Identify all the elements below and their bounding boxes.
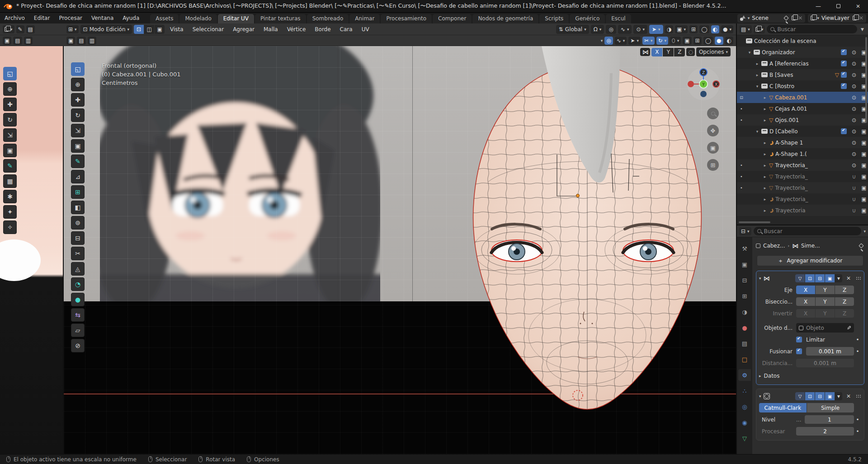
mode-dropdown[interactable]: ⊡ Modo Edición▾: [80, 25, 132, 34]
merge-checkbox[interactable]: [796, 348, 802, 354]
loop-cut-tool[interactable]: ⊟: [71, 231, 85, 245]
menu-vista[interactable]: Vista: [166, 26, 187, 33]
menu-cara[interactable]: Cara: [336, 26, 356, 33]
breadcrumb-object[interactable]: Cabez...: [763, 243, 785, 249]
hide-eye-icon[interactable]: ⊙: [850, 61, 858, 67]
smooth-tool[interactable]: ●: [71, 293, 85, 306]
3d-viewport[interactable]: Frontal (ortogonal) (0) Cabeza.001 | Cub…: [64, 46, 736, 454]
expand-icon[interactable]: ▸: [755, 73, 760, 77]
collapse-icon[interactable]: ▾: [759, 276, 761, 281]
animate-dot[interactable]: •: [854, 428, 861, 435]
collapse-icon[interactable]: ▾: [755, 129, 760, 134]
outliner-row-trayectoria-3[interactable]: • ▸▽ Trayectoria_ ∪▣: [737, 182, 868, 193]
menu-borde[interactable]: Borde: [311, 26, 334, 33]
eye-closed-icon[interactable]: ∪: [850, 173, 858, 180]
render-toggle-icon[interactable]: ▣: [825, 392, 835, 400]
viewlayer-selector[interactable]: ▾ ViewLayer ✕: [808, 14, 866, 23]
tab-scene[interactable]: ◑: [738, 306, 751, 318]
bisect-x-button[interactable]: X: [796, 297, 815, 306]
annotate-tool[interactable]: ✎: [3, 159, 17, 173]
render-camera-icon[interactable]: ▣: [860, 173, 868, 180]
menu-ventana[interactable]: Ventana: [87, 15, 118, 21]
tab-generico[interactable]: Genérico: [570, 14, 605, 23]
outliner-scrollbar-horizontal[interactable]: [739, 221, 770, 223]
new-viewlayer-icon[interactable]: [853, 16, 857, 20]
hide-eye-icon[interactable]: ⊙: [850, 49, 858, 56]
tab-modifiers[interactable]: ⚙: [738, 369, 751, 381]
bisect-z-button[interactable]: Z: [835, 297, 854, 306]
outliner-row-cejas[interactable]: • ▸▽ Cejas A.001 ⊙▣: [737, 103, 868, 114]
properties-search-input[interactable]: Buscar: [754, 227, 862, 235]
expand-icon[interactable]: ▸: [755, 61, 760, 66]
render-camera-icon[interactable]: ▣: [860, 185, 868, 191]
transform-tool[interactable]: ▣: [71, 139, 85, 153]
shading-solid-icon[interactable]: ◯: [699, 25, 709, 33]
pin-icon[interactable]: [859, 243, 863, 248]
mirror-y-button[interactable]: Y: [663, 48, 674, 56]
eye-closed-icon[interactable]: ∪: [850, 196, 858, 202]
tab-componer[interactable]: Componer: [433, 14, 472, 23]
remove-modifier-icon[interactable]: ✕: [844, 275, 853, 281]
tab-escultura[interactable]: Escul: [606, 14, 631, 23]
animate-dot[interactable]: •: [854, 337, 861, 343]
expand-icon[interactable]: ▸: [763, 163, 767, 168]
head-mesh[interactable]: [461, 46, 714, 416]
outliner-search-input[interactable]: Buscar: [767, 25, 857, 33]
eye-closed-icon[interactable]: ∪: [850, 207, 858, 214]
outliner-row-rostro[interactable]: ▾ C [Rostro ⊙▣: [737, 80, 868, 92]
options-dropdown[interactable]: Opciones▾: [696, 47, 731, 56]
tab-object[interactable]: □: [738, 353, 751, 365]
outliner-row-cabello[interactable]: ▾ D [Cabello ⊙▣: [737, 126, 868, 137]
lasso-tool-icon[interactable]: ⬯▾: [670, 37, 681, 45]
mirror-butterfly-icon[interactable]: ⋈: [640, 48, 650, 56]
editor-type-button[interactable]: ⊞▾: [66, 25, 79, 33]
hide-eye-icon[interactable]: ⊙: [850, 72, 858, 78]
uv-overlay-icon[interactable]: ▤: [13, 37, 22, 45]
axis-z-button[interactable]: Z: [835, 286, 854, 294]
mirror-z-button[interactable]: Z: [674, 48, 685, 56]
limit-checkbox[interactable]: [796, 337, 802, 342]
correct-face-attributes-icon[interactable]: ◌: [686, 48, 694, 56]
tab-constraints[interactable]: ◉: [738, 417, 751, 428]
axis-y-button[interactable]: Y: [816, 286, 835, 294]
expand-icon[interactable]: ▸: [763, 174, 767, 179]
properties-editor-type-button[interactable]: ⊟▾: [739, 227, 751, 235]
falloff-curve-icon[interactable]: ∿▾: [618, 25, 632, 34]
hide-eye-icon[interactable]: ⊙: [850, 162, 858, 169]
remove-viewlayer-icon[interactable]: ✕: [859, 15, 863, 21]
pin-icon[interactable]: [784, 15, 789, 20]
tab-view-layer[interactable]: ⊞: [738, 290, 751, 302]
mirror-object-field[interactable]: Objeto ✎: [796, 323, 854, 333]
hide-eye-icon[interactable]: ⊙: [850, 106, 858, 112]
pinch-tool[interactable]: ✧: [3, 220, 17, 234]
render-value-field[interactable]: 2: [796, 427, 854, 436]
filter-funnel-icon[interactable]: ▼: [859, 27, 866, 32]
outliner-row-trayectoria-2[interactable]: • ▸▽ Trayectoria_ ∪▣: [737, 171, 868, 182]
edit-mode-toggle-icon[interactable]: ▽: [795, 274, 805, 282]
collapse-icon[interactable]: ▾: [747, 50, 752, 55]
hide-eye-icon[interactable]: ⊙: [850, 83, 858, 89]
tab-world[interactable]: ●: [738, 322, 751, 333]
scale-tool[interactable]: ⇲: [3, 128, 17, 142]
hide-eye-icon[interactable]: ⊙: [850, 117, 858, 123]
eyedropper-icon[interactable]: ✎: [847, 325, 851, 331]
viewport-wireframe-ball-icon[interactable]: ⊞: [693, 37, 702, 45]
menu-archivo[interactable]: Archivo: [0, 15, 29, 21]
falloff-dropdown[interactable]: ∿▾: [615, 37, 627, 45]
proportional-edit-icon[interactable]: ◎: [606, 25, 616, 34]
proportional-circle-icon[interactable]: ◎: [604, 37, 613, 45]
eye-closed-icon[interactable]: ∪: [850, 185, 858, 191]
expand-icon[interactable]: ▸: [763, 208, 767, 213]
select-box-tool[interactable]: ◱: [3, 67, 17, 80]
measure-tool[interactable]: ⊿: [71, 170, 85, 183]
level-value-field[interactable]: 1: [805, 415, 854, 424]
rotate-tool[interactable]: ↻: [3, 113, 17, 127]
outliner-row-ashape1b[interactable]: ▸ A-Shape 1.( ⊙▣: [737, 148, 868, 159]
visibility-eye-icon[interactable]: ⊙▾: [633, 25, 647, 34]
hide-eye-icon[interactable]: ⊙: [850, 151, 858, 157]
flip-y-button[interactable]: Y: [816, 309, 835, 318]
flip-x-button[interactable]: X: [796, 309, 815, 318]
rotate-tool-icon[interactable]: ↻▾: [656, 37, 669, 45]
tab-particles[interactable]: ∴: [738, 385, 751, 397]
expand-icon[interactable]: ▸: [763, 141, 767, 145]
